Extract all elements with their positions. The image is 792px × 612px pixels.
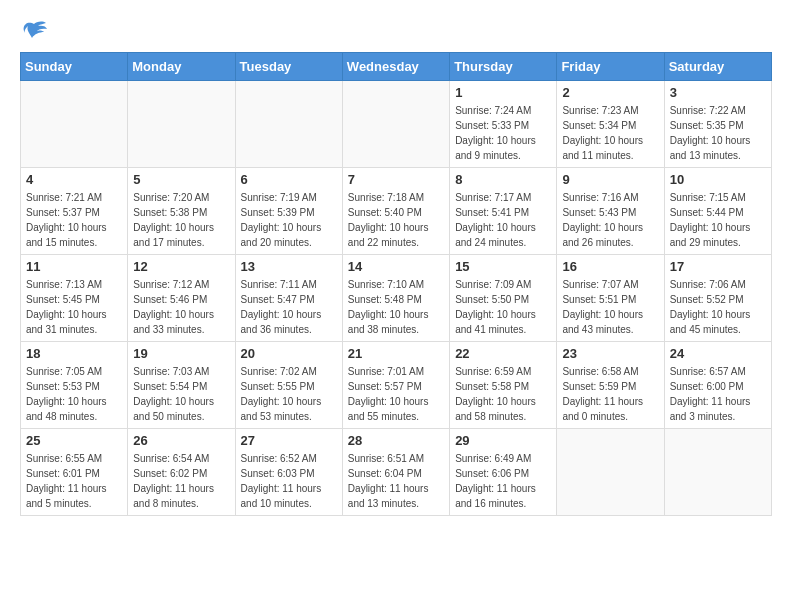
calendar-cell bbox=[342, 81, 449, 168]
day-info: Sunrise: 6:52 AM Sunset: 6:03 PM Dayligh… bbox=[241, 451, 337, 511]
day-info: Sunrise: 7:17 AM Sunset: 5:41 PM Dayligh… bbox=[455, 190, 551, 250]
day-number: 7 bbox=[348, 172, 444, 187]
calendar-week-1: 1Sunrise: 7:24 AM Sunset: 5:33 PM Daylig… bbox=[21, 81, 772, 168]
calendar-cell: 3Sunrise: 7:22 AM Sunset: 5:35 PM Daylig… bbox=[664, 81, 771, 168]
day-info: Sunrise: 7:03 AM Sunset: 5:54 PM Dayligh… bbox=[133, 364, 229, 424]
calendar-cell: 29Sunrise: 6:49 AM Sunset: 6:06 PM Dayli… bbox=[450, 429, 557, 516]
calendar-week-2: 4Sunrise: 7:21 AM Sunset: 5:37 PM Daylig… bbox=[21, 168, 772, 255]
day-number: 18 bbox=[26, 346, 122, 361]
calendar-cell: 4Sunrise: 7:21 AM Sunset: 5:37 PM Daylig… bbox=[21, 168, 128, 255]
day-info: Sunrise: 6:51 AM Sunset: 6:04 PM Dayligh… bbox=[348, 451, 444, 511]
day-info: Sunrise: 6:59 AM Sunset: 5:58 PM Dayligh… bbox=[455, 364, 551, 424]
calendar-week-3: 11Sunrise: 7:13 AM Sunset: 5:45 PM Dayli… bbox=[21, 255, 772, 342]
day-number: 27 bbox=[241, 433, 337, 448]
day-info: Sunrise: 7:02 AM Sunset: 5:55 PM Dayligh… bbox=[241, 364, 337, 424]
calendar-cell: 25Sunrise: 6:55 AM Sunset: 6:01 PM Dayli… bbox=[21, 429, 128, 516]
day-number: 17 bbox=[670, 259, 766, 274]
header bbox=[20, 20, 772, 42]
calendar-cell: 22Sunrise: 6:59 AM Sunset: 5:58 PM Dayli… bbox=[450, 342, 557, 429]
day-info: Sunrise: 7:01 AM Sunset: 5:57 PM Dayligh… bbox=[348, 364, 444, 424]
calendar-cell: 16Sunrise: 7:07 AM Sunset: 5:51 PM Dayli… bbox=[557, 255, 664, 342]
day-info: Sunrise: 6:54 AM Sunset: 6:02 PM Dayligh… bbox=[133, 451, 229, 511]
day-number: 13 bbox=[241, 259, 337, 274]
day-number: 21 bbox=[348, 346, 444, 361]
day-number: 8 bbox=[455, 172, 551, 187]
calendar-cell: 15Sunrise: 7:09 AM Sunset: 5:50 PM Dayli… bbox=[450, 255, 557, 342]
day-number: 26 bbox=[133, 433, 229, 448]
day-info: Sunrise: 7:24 AM Sunset: 5:33 PM Dayligh… bbox=[455, 103, 551, 163]
day-number: 25 bbox=[26, 433, 122, 448]
calendar-cell: 8Sunrise: 7:17 AM Sunset: 5:41 PM Daylig… bbox=[450, 168, 557, 255]
calendar-cell: 12Sunrise: 7:12 AM Sunset: 5:46 PM Dayli… bbox=[128, 255, 235, 342]
day-number: 11 bbox=[26, 259, 122, 274]
day-number: 16 bbox=[562, 259, 658, 274]
day-info: Sunrise: 6:49 AM Sunset: 6:06 PM Dayligh… bbox=[455, 451, 551, 511]
day-number: 20 bbox=[241, 346, 337, 361]
calendar-cell: 5Sunrise: 7:20 AM Sunset: 5:38 PM Daylig… bbox=[128, 168, 235, 255]
day-info: Sunrise: 7:22 AM Sunset: 5:35 PM Dayligh… bbox=[670, 103, 766, 163]
calendar-cell: 24Sunrise: 6:57 AM Sunset: 6:00 PM Dayli… bbox=[664, 342, 771, 429]
day-number: 4 bbox=[26, 172, 122, 187]
calendar-cell bbox=[557, 429, 664, 516]
calendar-cell: 7Sunrise: 7:18 AM Sunset: 5:40 PM Daylig… bbox=[342, 168, 449, 255]
day-info: Sunrise: 7:06 AM Sunset: 5:52 PM Dayligh… bbox=[670, 277, 766, 337]
calendar-cell: 2Sunrise: 7:23 AM Sunset: 5:34 PM Daylig… bbox=[557, 81, 664, 168]
day-number: 29 bbox=[455, 433, 551, 448]
day-info: Sunrise: 6:57 AM Sunset: 6:00 PM Dayligh… bbox=[670, 364, 766, 424]
calendar-cell: 19Sunrise: 7:03 AM Sunset: 5:54 PM Dayli… bbox=[128, 342, 235, 429]
day-number: 1 bbox=[455, 85, 551, 100]
day-info: Sunrise: 6:55 AM Sunset: 6:01 PM Dayligh… bbox=[26, 451, 122, 511]
calendar-week-5: 25Sunrise: 6:55 AM Sunset: 6:01 PM Dayli… bbox=[21, 429, 772, 516]
day-number: 3 bbox=[670, 85, 766, 100]
day-info: Sunrise: 7:21 AM Sunset: 5:37 PM Dayligh… bbox=[26, 190, 122, 250]
calendar-header-thursday: Thursday bbox=[450, 53, 557, 81]
day-number: 28 bbox=[348, 433, 444, 448]
day-info: Sunrise: 7:13 AM Sunset: 5:45 PM Dayligh… bbox=[26, 277, 122, 337]
day-number: 10 bbox=[670, 172, 766, 187]
day-info: Sunrise: 7:05 AM Sunset: 5:53 PM Dayligh… bbox=[26, 364, 122, 424]
calendar-cell: 21Sunrise: 7:01 AM Sunset: 5:57 PM Dayli… bbox=[342, 342, 449, 429]
calendar-cell: 26Sunrise: 6:54 AM Sunset: 6:02 PM Dayli… bbox=[128, 429, 235, 516]
day-number: 24 bbox=[670, 346, 766, 361]
calendar-cell: 23Sunrise: 6:58 AM Sunset: 5:59 PM Dayli… bbox=[557, 342, 664, 429]
day-info: Sunrise: 6:58 AM Sunset: 5:59 PM Dayligh… bbox=[562, 364, 658, 424]
calendar-body: 1Sunrise: 7:24 AM Sunset: 5:33 PM Daylig… bbox=[21, 81, 772, 516]
logo-bird-icon bbox=[20, 20, 48, 42]
calendar-header-wednesday: Wednesday bbox=[342, 53, 449, 81]
day-number: 9 bbox=[562, 172, 658, 187]
calendar-header-monday: Monday bbox=[128, 53, 235, 81]
calendar-cell: 6Sunrise: 7:19 AM Sunset: 5:39 PM Daylig… bbox=[235, 168, 342, 255]
calendar-cell bbox=[235, 81, 342, 168]
calendar-cell bbox=[21, 81, 128, 168]
calendar-cell: 20Sunrise: 7:02 AM Sunset: 5:55 PM Dayli… bbox=[235, 342, 342, 429]
day-info: Sunrise: 7:11 AM Sunset: 5:47 PM Dayligh… bbox=[241, 277, 337, 337]
calendar-header-sunday: Sunday bbox=[21, 53, 128, 81]
day-info: Sunrise: 7:16 AM Sunset: 5:43 PM Dayligh… bbox=[562, 190, 658, 250]
calendar-header-saturday: Saturday bbox=[664, 53, 771, 81]
day-number: 14 bbox=[348, 259, 444, 274]
day-number: 12 bbox=[133, 259, 229, 274]
day-info: Sunrise: 7:09 AM Sunset: 5:50 PM Dayligh… bbox=[455, 277, 551, 337]
logo bbox=[20, 20, 52, 42]
calendar-cell: 28Sunrise: 6:51 AM Sunset: 6:04 PM Dayli… bbox=[342, 429, 449, 516]
day-number: 5 bbox=[133, 172, 229, 187]
calendar-cell: 10Sunrise: 7:15 AM Sunset: 5:44 PM Dayli… bbox=[664, 168, 771, 255]
calendar-header-row: SundayMondayTuesdayWednesdayThursdayFrid… bbox=[21, 53, 772, 81]
day-number: 19 bbox=[133, 346, 229, 361]
calendar-cell: 1Sunrise: 7:24 AM Sunset: 5:33 PM Daylig… bbox=[450, 81, 557, 168]
day-info: Sunrise: 7:07 AM Sunset: 5:51 PM Dayligh… bbox=[562, 277, 658, 337]
calendar-cell: 27Sunrise: 6:52 AM Sunset: 6:03 PM Dayli… bbox=[235, 429, 342, 516]
calendar-cell: 18Sunrise: 7:05 AM Sunset: 5:53 PM Dayli… bbox=[21, 342, 128, 429]
day-number: 15 bbox=[455, 259, 551, 274]
calendar-header-friday: Friday bbox=[557, 53, 664, 81]
calendar-cell bbox=[128, 81, 235, 168]
day-number: 6 bbox=[241, 172, 337, 187]
calendar-header-tuesday: Tuesday bbox=[235, 53, 342, 81]
day-number: 2 bbox=[562, 85, 658, 100]
day-info: Sunrise: 7:10 AM Sunset: 5:48 PM Dayligh… bbox=[348, 277, 444, 337]
day-info: Sunrise: 7:20 AM Sunset: 5:38 PM Dayligh… bbox=[133, 190, 229, 250]
calendar-cell: 14Sunrise: 7:10 AM Sunset: 5:48 PM Dayli… bbox=[342, 255, 449, 342]
day-info: Sunrise: 7:18 AM Sunset: 5:40 PM Dayligh… bbox=[348, 190, 444, 250]
calendar-cell bbox=[664, 429, 771, 516]
calendar-cell: 17Sunrise: 7:06 AM Sunset: 5:52 PM Dayli… bbox=[664, 255, 771, 342]
